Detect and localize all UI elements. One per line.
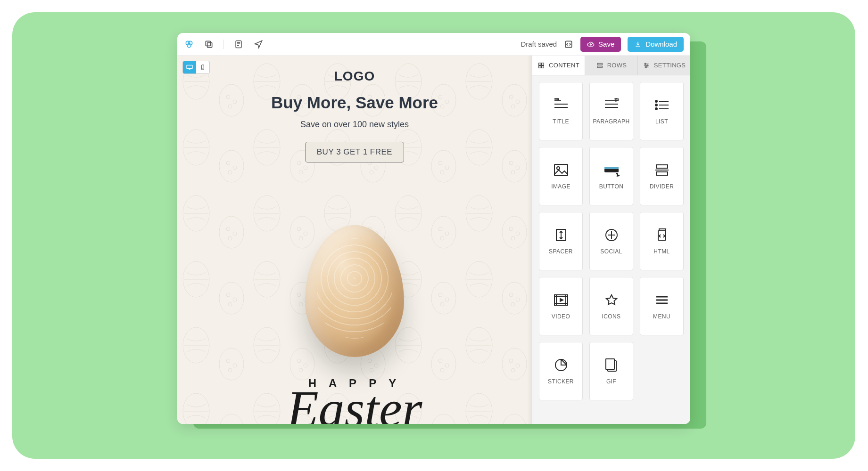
save-button-label: Save bbox=[598, 40, 614, 48]
editor-body: LOGO Buy More, Save More Save on over 10… bbox=[177, 56, 690, 424]
tile-label: IMAGE bbox=[551, 184, 570, 190]
cloud-save-icon bbox=[587, 41, 595, 48]
tab-content[interactable]: CONTENT bbox=[532, 56, 585, 75]
sidebar-tabs: CONTENT ROWS SETTINGS bbox=[532, 56, 690, 75]
spacer-icon bbox=[552, 227, 570, 243]
svg-rect-18 bbox=[539, 65, 541, 68]
tile-label: ICONS bbox=[602, 314, 620, 320]
topbar: Draft saved Save Download bbox=[177, 33, 690, 56]
download-button-label: Download bbox=[645, 40, 677, 48]
download-icon bbox=[634, 41, 642, 48]
svg-rect-29 bbox=[554, 164, 568, 176]
title-icon bbox=[552, 97, 570, 113]
svg-point-9 bbox=[203, 69, 203, 69]
svg-text:¶: ¶ bbox=[614, 97, 617, 103]
cta-button[interactable]: BUY 3 GET 1 FREE bbox=[305, 142, 404, 162]
draft-status: Draft saved bbox=[521, 40, 557, 48]
svg-rect-41 bbox=[606, 359, 614, 369]
save-button[interactable]: Save bbox=[580, 37, 621, 52]
button-icon bbox=[602, 162, 621, 178]
device-toggle bbox=[182, 61, 210, 74]
device-mobile[interactable] bbox=[196, 61, 209, 73]
menu-icon bbox=[653, 292, 671, 308]
tile-label: SOCIAL bbox=[600, 249, 622, 255]
svg-rect-7 bbox=[187, 65, 192, 68]
headline: Buy More, Save More bbox=[177, 93, 532, 112]
tab-rows[interactable]: ROWS bbox=[585, 56, 638, 75]
content-tile-paragraph[interactable]: ¶PARAGRAPH bbox=[589, 82, 633, 140]
download-button[interactable]: Download bbox=[628, 37, 684, 52]
content-tile-title[interactable]: TITLE bbox=[539, 82, 583, 140]
tile-label: BUTTON bbox=[599, 184, 624, 190]
svg-rect-34 bbox=[656, 172, 668, 175]
tile-label: GIF bbox=[606, 379, 616, 385]
subheadline: Save on over 100 new styles bbox=[177, 120, 532, 130]
tile-label: TITLE bbox=[553, 119, 569, 125]
svg-rect-20 bbox=[597, 63, 602, 65]
tab-label: SETTINGS bbox=[654, 62, 686, 69]
tile-label: PARAGRAPH bbox=[593, 119, 629, 125]
code-toggle-icon[interactable] bbox=[563, 39, 574, 49]
svg-rect-16 bbox=[539, 63, 541, 65]
image-icon bbox=[552, 162, 570, 178]
hero-block: LOGO Buy More, Save More Save on over 10… bbox=[177, 69, 532, 162]
topbar-left bbox=[184, 39, 264, 49]
tile-label: STICKER bbox=[548, 379, 574, 385]
gif-icon bbox=[602, 357, 621, 373]
social-icon bbox=[602, 227, 621, 243]
content-tile-image[interactable]: IMAGE bbox=[539, 147, 583, 205]
svg-rect-4 bbox=[206, 41, 210, 46]
svg-rect-32 bbox=[604, 167, 619, 169]
paragraph-icon: ¶ bbox=[602, 97, 621, 113]
sticker-icon bbox=[552, 357, 570, 373]
svg-point-28 bbox=[655, 108, 657, 110]
tab-label: ROWS bbox=[607, 62, 627, 69]
tile-label: LIST bbox=[655, 119, 668, 125]
editor-window: Draft saved Save Download bbox=[177, 33, 690, 424]
app-logo-icon[interactable] bbox=[184, 39, 194, 49]
svg-rect-21 bbox=[597, 66, 602, 67]
svg-rect-33 bbox=[656, 165, 668, 168]
content-tile-gif[interactable]: GIF bbox=[589, 342, 633, 400]
grid-icon bbox=[537, 62, 545, 69]
content-tile-spacer[interactable]: SPACER bbox=[539, 212, 583, 270]
copy-icon[interactable] bbox=[204, 39, 214, 49]
svg-point-26 bbox=[655, 100, 657, 102]
svg-point-27 bbox=[655, 104, 657, 106]
html-icon bbox=[653, 227, 671, 243]
canvas-pane[interactable]: LOGO Buy More, Save More Save on over 10… bbox=[177, 56, 532, 424]
icons-icon bbox=[602, 292, 621, 308]
content-tile-button[interactable]: BUTTON bbox=[589, 147, 633, 205]
content-tile-sticker[interactable]: STICKER bbox=[539, 342, 583, 400]
logo-text: LOGO bbox=[177, 69, 532, 84]
greeting-script: Easter bbox=[177, 388, 532, 424]
desktop-icon bbox=[186, 64, 193, 71]
topbar-divider bbox=[223, 40, 224, 49]
content-tile-list[interactable]: LIST bbox=[640, 82, 684, 140]
tab-settings[interactable]: SETTINGS bbox=[638, 56, 690, 75]
video-icon bbox=[552, 292, 570, 308]
sliders-icon bbox=[643, 62, 650, 69]
greeting-block: H A P P Y Easter bbox=[177, 377, 532, 424]
send-icon[interactable] bbox=[253, 39, 264, 49]
rows-icon bbox=[596, 62, 603, 69]
mobile-icon bbox=[199, 64, 206, 71]
content-grid: TITLE¶PARAGRAPHLISTIMAGEBUTTONDIVIDERSPA… bbox=[539, 82, 684, 400]
content-tile-html[interactable]: HTML bbox=[640, 212, 684, 270]
content-tile-social[interactable]: SOCIAL bbox=[589, 212, 633, 270]
content-tile-menu[interactable]: MENU bbox=[640, 277, 684, 335]
tile-label: HTML bbox=[653, 249, 670, 255]
content-tile-icons[interactable]: ICONS bbox=[589, 277, 633, 335]
tile-label: MENU bbox=[653, 314, 670, 320]
notes-icon[interactable] bbox=[233, 39, 244, 49]
list-icon bbox=[653, 97, 671, 113]
hero-image-egg bbox=[305, 225, 404, 357]
content-tile-video[interactable]: VIDEO bbox=[539, 277, 583, 335]
device-desktop[interactable] bbox=[183, 61, 196, 73]
content-tile-divider[interactable]: DIVIDER bbox=[640, 147, 684, 205]
svg-rect-3 bbox=[207, 42, 212, 47]
tile-label: SPACER bbox=[549, 249, 573, 255]
svg-rect-19 bbox=[542, 65, 544, 68]
divider-icon bbox=[653, 162, 671, 178]
canvas-surface: LOGO Buy More, Save More Save on over 10… bbox=[177, 56, 532, 424]
